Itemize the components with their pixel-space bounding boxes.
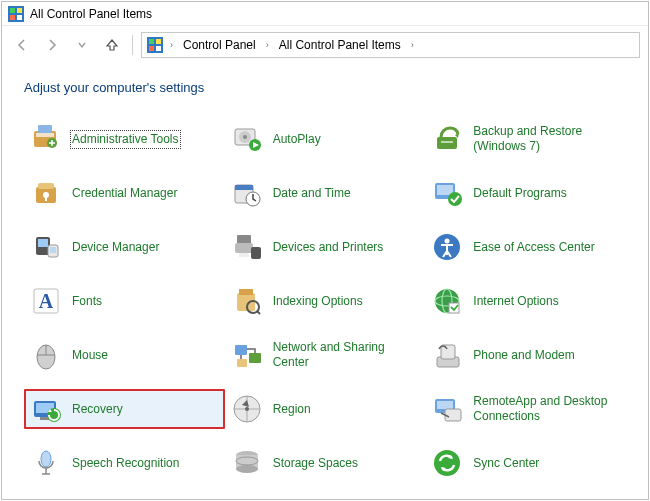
address-bar[interactable]: › Control Panel › All Control Panel Item…: [141, 32, 640, 58]
forward-button[interactable]: [40, 33, 64, 57]
cp-item-label: Date and Time: [273, 186, 351, 201]
window: All Control Panel Items: [1, 1, 649, 500]
cp-item-speech[interactable]: Speech Recognition: [24, 443, 225, 483]
cp-item-fonts[interactable]: AFonts: [24, 281, 225, 321]
internet-icon: [431, 285, 463, 317]
svg-rect-25: [235, 185, 253, 190]
cp-item-label: Device Manager: [72, 240, 159, 255]
chevron-right-icon[interactable]: ›: [166, 40, 177, 50]
cp-item-label: Devices and Printers: [273, 240, 384, 255]
breadcrumb-seg-0[interactable]: Control Panel: [179, 36, 260, 54]
cp-item-recovery[interactable]: Recovery: [24, 389, 225, 429]
svg-rect-11: [36, 133, 54, 137]
svg-rect-33: [50, 247, 56, 253]
svg-point-60: [245, 407, 249, 411]
cp-item-label: Network and Sharing Center: [273, 340, 413, 370]
cp-item-ease-access[interactable]: Ease of Access Center: [425, 227, 626, 267]
cp-item-label: Administrative Tools: [72, 132, 179, 147]
devices-printers-icon: [231, 231, 263, 263]
svg-rect-31: [38, 239, 48, 247]
cp-item-remoteapp[interactable]: RemoteApp and Desktop Connections: [425, 389, 626, 429]
cp-item-backup[interactable]: Backup and Restore (Windows 7): [425, 119, 626, 159]
svg-rect-19: [441, 141, 453, 143]
svg-rect-1: [10, 8, 15, 13]
cp-item-date-time[interactable]: Date and Time: [225, 173, 426, 213]
cp-item-network[interactable]: Network and Sharing Center: [225, 335, 426, 375]
svg-rect-36: [239, 253, 249, 257]
svg-rect-48: [449, 303, 459, 313]
speech-icon: [30, 447, 62, 479]
cp-item-label: Recovery: [72, 402, 123, 417]
indexing-icon: [231, 285, 263, 317]
svg-text:A: A: [39, 290, 54, 312]
cp-item-label: Fonts: [72, 294, 102, 309]
cp-item-label: Backup and Restore (Windows 7): [473, 124, 613, 154]
cp-item-label: AutoPlay: [273, 132, 321, 147]
cp-item-sync[interactable]: Sync Center: [425, 443, 626, 483]
content-area: Adjust your computer's settings Administ…: [2, 64, 648, 499]
cp-item-label: Indexing Options: [273, 294, 363, 309]
recovery-icon: [30, 393, 62, 425]
svg-rect-52: [237, 359, 247, 367]
remoteapp-icon: [431, 393, 463, 425]
breadcrumb-seg-1[interactable]: All Control Panel Items: [275, 36, 405, 54]
svg-point-67: [236, 465, 258, 473]
cp-item-device-manager[interactable]: Device Manager: [24, 227, 225, 267]
svg-rect-35: [235, 243, 253, 253]
cp-item-default-programs[interactable]: Default Programs: [425, 173, 626, 213]
date-time-icon: [231, 177, 263, 209]
svg-point-29: [448, 192, 462, 206]
cp-item-label: Region: [273, 402, 311, 417]
svg-rect-21: [38, 183, 54, 189]
nav-bar: › Control Panel › All Control Panel Item…: [2, 26, 648, 64]
cp-item-phone[interactable]: Phone and Modem: [425, 335, 626, 375]
control-panel-icon: [146, 36, 164, 54]
phone-icon: [431, 339, 463, 371]
cp-item-label: Default Programs: [473, 186, 566, 201]
cp-item-region[interactable]: Region: [225, 389, 426, 429]
up-button[interactable]: [100, 33, 124, 57]
svg-rect-62: [437, 401, 453, 409]
page-heading: Adjust your computer's settings: [24, 80, 626, 95]
region-icon: [231, 393, 263, 425]
storage-icon: [231, 447, 263, 479]
ease-access-icon: [431, 231, 463, 263]
cp-item-mouse[interactable]: Mouse: [24, 335, 225, 375]
device-manager-icon: [30, 231, 62, 263]
cp-item-internet[interactable]: Internet Options: [425, 281, 626, 321]
chevron-right-icon[interactable]: ›: [262, 40, 273, 50]
svg-rect-63: [445, 409, 461, 421]
svg-rect-54: [441, 345, 455, 359]
chevron-right-icon[interactable]: ›: [407, 40, 418, 50]
svg-point-69: [434, 450, 460, 476]
cp-item-admin-tools[interactable]: Administrative Tools: [24, 119, 225, 159]
fonts-icon: A: [30, 285, 62, 317]
svg-rect-23: [45, 197, 47, 201]
svg-point-64: [41, 451, 51, 467]
back-button[interactable]: [10, 33, 34, 57]
svg-rect-50: [235, 345, 247, 355]
cp-item-label: Mouse: [72, 348, 108, 363]
autoplay-icon: [231, 123, 263, 155]
cp-item-autoplay[interactable]: AutoPlay: [225, 119, 426, 159]
svg-rect-3: [10, 15, 15, 20]
cp-item-devices-printers[interactable]: Devices and Printers: [225, 227, 426, 267]
divider: [132, 35, 133, 55]
svg-rect-7: [156, 39, 161, 44]
cp-item-credential[interactable]: Credential Manager: [24, 173, 225, 213]
cp-item-firewall[interactable]: Windows Defender Firewall: [425, 497, 626, 499]
cp-item-troubleshoot[interactable]: Troubleshooting: [24, 497, 225, 499]
svg-rect-51: [249, 353, 261, 363]
cp-item-users[interactable]: User Accounts: [225, 497, 426, 499]
credential-icon: [30, 177, 62, 209]
cp-item-label: Phone and Modem: [473, 348, 574, 363]
svg-point-39: [445, 239, 450, 244]
svg-rect-9: [156, 46, 161, 51]
svg-rect-28: [437, 185, 453, 195]
backup-icon: [431, 123, 463, 155]
recent-dropdown[interactable]: [70, 33, 94, 57]
svg-rect-43: [239, 289, 253, 295]
cp-item-indexing[interactable]: Indexing Options: [225, 281, 426, 321]
svg-rect-37: [251, 247, 261, 259]
cp-item-storage[interactable]: Storage Spaces: [225, 443, 426, 483]
